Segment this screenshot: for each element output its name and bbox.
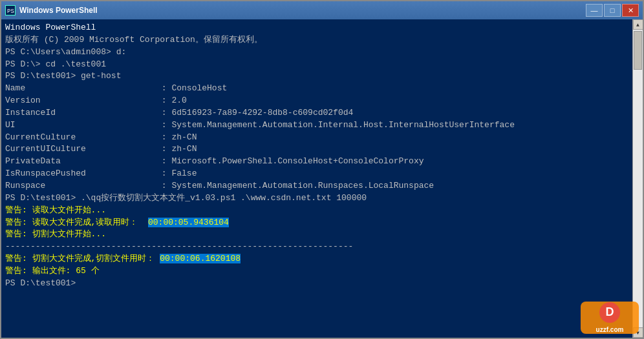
terminal-line: Version : 2.0	[5, 95, 628, 107]
terminal-line: 警告: 读取大文件开始...	[5, 205, 628, 217]
terminal-line: 版权所有 (C) 2009 Microsoft Corporation。保留所有…	[5, 34, 628, 46]
terminal-output[interactable]: Windows PowerShell 版权所有 (C) 2009 Microso…	[1, 19, 632, 338]
scroll-thumb[interactable]	[634, 31, 642, 70]
watermark: D uzzf.com	[581, 302, 639, 334]
terminal-line: CurrentUICulture : zh-CN	[5, 143, 628, 156]
watermark-text: uzzf.com	[596, 326, 624, 333]
terminal-line: 警告: 输出文件: 65 个	[5, 265, 628, 278]
terminal-line: Runspace : System.Management.Automation.…	[5, 180, 628, 192]
terminal-line: PS C:\Users\admin008> d:	[5, 46, 628, 59]
terminal-line: CurrentCulture : zh-CN	[5, 132, 628, 144]
terminal-line: InstanceId : 6d516923-7a89-4292-8db8-c60…	[5, 107, 628, 119]
terminal-line: 警告: 切割大文件开始...	[5, 229, 628, 241]
svg-text:PS: PS	[7, 8, 14, 15]
terminal-line: Name : ConsoleHost	[5, 83, 628, 95]
close-button[interactable]: ✕	[622, 4, 639, 17]
terminal-line: PS D:\test001> get-host	[5, 70, 628, 83]
terminal-line: UI : System.Management.Automation.Intern…	[5, 119, 628, 132]
terminal-line: PS D:\test001> .\qq按行数切割大文本文件_v1.03.ps1 …	[5, 192, 628, 205]
terminal-line: 警告: 切割大文件完成,切割文件用时： 00:00:06.1620108	[5, 253, 628, 265]
window-icon: PS	[5, 5, 16, 15]
scrollbar[interactable]: ▲ ▼	[632, 19, 643, 338]
minimize-button[interactable]: —	[586, 4, 603, 17]
window-title: Windows PowerShell	[19, 6, 586, 15]
terminal-line: PS D:\> cd .\test001	[5, 59, 628, 71]
title-bar: PS Windows PowerShell — □ ✕	[1, 1, 643, 19]
terminal-line: ----------------------------------------…	[5, 241, 628, 253]
terminal-line: PrivateData : Microsoft.PowerShell.Conso…	[5, 156, 628, 168]
scroll-track[interactable]	[633, 30, 643, 327]
scroll-up-arrow[interactable]: ▲	[633, 19, 643, 30]
title-bar-buttons: — □ ✕	[586, 4, 639, 17]
terminal-line: PS D:\test001>	[5, 278, 628, 290]
maximize-button[interactable]: □	[604, 4, 621, 17]
terminal-line: Windows PowerShell	[5, 22, 628, 34]
content-area: Windows PowerShell 版权所有 (C) 2009 Microso…	[1, 19, 643, 338]
terminal-line: 警告: 读取大文件完成,读取用时： 00:00:05.9436104	[5, 217, 628, 229]
window-wrapper: PS Windows PowerShell — □ ✕ Windows Powe…	[0, 0, 644, 339]
terminal-line: IsRunspacePushed : False	[5, 168, 628, 180]
powershell-window: PS Windows PowerShell — □ ✕ Windows Powe…	[0, 0, 644, 339]
